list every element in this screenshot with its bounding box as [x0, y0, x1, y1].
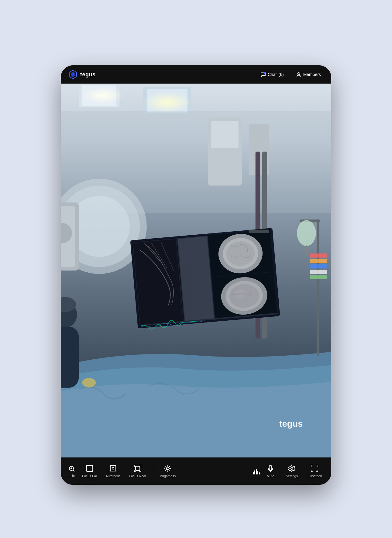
svg-point-50	[297, 220, 316, 246]
brightness-button[interactable]: Brightness	[156, 462, 180, 480]
brightness-label: Brightness	[160, 474, 176, 478]
audio-bar-4	[257, 471, 258, 474]
svg-rect-42	[249, 230, 269, 233]
svg-point-83	[291, 467, 293, 470]
svg-rect-52	[310, 253, 327, 257]
focus-near-icon	[134, 464, 142, 472]
header-bar: tegus 6 Chat (6) Members	[61, 65, 331, 84]
zoom-in-button[interactable]: m In	[66, 463, 78, 480]
autofocus-label: Autofocus	[106, 474, 121, 478]
audio-bar-1	[253, 472, 254, 474]
members-icon	[296, 72, 301, 77]
svg-rect-64	[136, 466, 140, 471]
focus-near-button[interactable]: Focus Near	[125, 462, 150, 480]
toolbar-divider-1	[153, 464, 153, 479]
svg-point-63	[112, 467, 114, 469]
settings-icon	[288, 464, 296, 472]
mute-icon	[266, 464, 274, 472]
svg-rect-46	[61, 301, 76, 306]
settings-button[interactable]: Settings	[281, 462, 302, 480]
svg-rect-44	[61, 327, 79, 388]
members-button[interactable]: Members	[293, 70, 324, 79]
focus-near-label: Focus Near	[129, 474, 146, 478]
svg-rect-62	[110, 466, 116, 471]
watermark-text: tegus	[279, 419, 303, 429]
svg-point-47	[82, 378, 96, 387]
svg-line-70	[166, 466, 166, 467]
audio-level-indicator	[253, 468, 260, 474]
chat-count: (6)	[279, 72, 284, 77]
svg-rect-53	[310, 259, 327, 263]
svg-point-65	[167, 467, 169, 470]
svg-rect-48	[317, 219, 319, 355]
svg-rect-25	[133, 239, 183, 326]
svg-text:6: 6	[265, 73, 266, 74]
autofocus-icon	[109, 464, 117, 472]
video-area: tegus	[61, 84, 331, 457]
settings-label: Settings	[286, 474, 298, 478]
svg-rect-51	[306, 245, 307, 256]
chat-label: Chat	[268, 72, 277, 77]
device-frame: tegus 6 Chat (6) Members	[61, 65, 331, 485]
logo-text: tegus	[80, 71, 96, 78]
logo-area: tegus	[68, 70, 96, 79]
svg-line-58	[73, 470, 74, 471]
chat-icon: 6	[260, 72, 266, 77]
audio-bar-2	[254, 470, 255, 474]
zoom-in-label: m In	[69, 474, 74, 478]
brightness-icon	[164, 464, 172, 472]
mute-label: Mute	[267, 474, 274, 478]
svg-point-78	[169, 468, 170, 469]
svg-point-79	[166, 469, 167, 470]
svg-point-76	[169, 467, 169, 467]
zoom-in-icon	[68, 465, 75, 472]
svg-line-71	[170, 470, 170, 471]
svg-point-80	[167, 470, 168, 471]
svg-point-6	[82, 87, 123, 104]
svg-point-81	[169, 469, 169, 470]
svg-point-77	[166, 468, 166, 469]
focus-far-icon	[86, 464, 94, 472]
svg-line-73	[166, 470, 166, 471]
svg-line-72	[170, 466, 170, 467]
svg-point-74	[166, 467, 167, 467]
svg-point-2	[297, 73, 300, 75]
fullscreen-button[interactable]: Fullscreen	[302, 462, 326, 480]
members-label: Members	[303, 72, 321, 77]
video-scene: tegus	[61, 84, 331, 457]
audio-bar-3	[256, 469, 257, 474]
chat-button[interactable]: 6 Chat (6)	[257, 70, 287, 79]
mute-button[interactable]: Mute	[260, 462, 281, 480]
svg-rect-54	[310, 264, 327, 268]
focus-far-label: Focus Far	[82, 474, 97, 478]
svg-rect-56	[310, 275, 327, 279]
focus-far-button[interactable]: Focus Far	[78, 462, 101, 480]
header-right: 6 Chat (6) Members	[257, 70, 324, 79]
tegus-logo-icon	[68, 70, 78, 79]
svg-point-9	[143, 92, 191, 112]
svg-point-75	[167, 466, 168, 467]
fullscreen-icon	[311, 464, 318, 472]
svg-rect-18	[211, 121, 238, 148]
svg-rect-55	[310, 270, 327, 274]
autofocus-button[interactable]: Autofocus	[101, 462, 125, 480]
svg-rect-61	[87, 465, 93, 471]
fullscreen-label: Fullscreen	[307, 474, 322, 478]
bottom-toolbar: m In Focus Far Autofocus	[61, 457, 331, 485]
